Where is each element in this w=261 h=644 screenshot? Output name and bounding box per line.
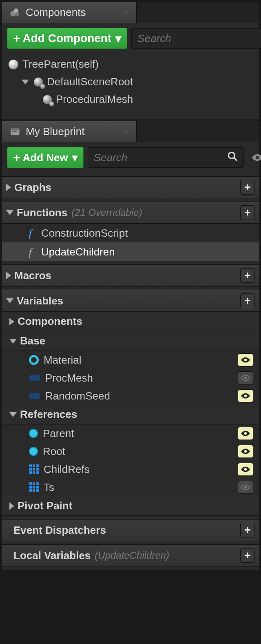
category-functions-label: Functions (17, 207, 67, 219)
visibility-toggle[interactable] (238, 463, 253, 476)
component-root[interactable]: TreeParent(self) (2, 56, 259, 73)
variable-ts[interactable]: Ts (2, 478, 259, 496)
search-icon (227, 151, 238, 164)
variable-randomseed[interactable]: RandomSeed (2, 387, 259, 405)
variable-parent-label: Parent (43, 427, 74, 440)
add-new-label: Add New (23, 151, 68, 164)
var-group-base-label: Base (20, 335, 45, 347)
variable-ts-label: Ts (44, 481, 54, 494)
view-options-button[interactable]: ▾ (248, 152, 261, 163)
components-toolbar: + Add Component ▾ (2, 23, 259, 54)
svg-point-14 (244, 432, 247, 435)
var-group-components-label: Components (18, 315, 82, 328)
close-icon[interactable]: × (123, 7, 129, 18)
component-scene-root[interactable]: DefaultSceneRoot (2, 73, 259, 91)
blueprint-tab-icon (9, 126, 21, 138)
add-macro-button[interactable]: + (240, 268, 255, 283)
variable-material[interactable]: Material (2, 351, 259, 369)
chevron-right-icon[interactable] (9, 318, 14, 325)
visibility-toggle[interactable] (238, 371, 253, 384)
var-group-references[interactable]: References (2, 405, 259, 424)
plus-icon: + (13, 31, 20, 45)
add-variable-button[interactable]: + (240, 293, 255, 308)
visibility-toggle[interactable] (238, 427, 253, 440)
add-event-dispatcher-button[interactable]: + (240, 523, 255, 537)
variable-childrefs[interactable]: ChildRefs (2, 460, 259, 478)
category-variables-label: Variables (17, 295, 63, 307)
material-type-icon (29, 355, 39, 365)
scene-component-icon (34, 78, 43, 87)
function-constructionscript[interactable]: ƒ ConstructionScript (2, 224, 259, 242)
chevron-down-icon[interactable] (22, 80, 29, 84)
add-component-button[interactable]: + Add Component ▾ (7, 28, 127, 49)
scene-component-icon (43, 95, 52, 104)
components-tabbar: Components × (2, 2, 259, 23)
components-search-input[interactable] (137, 32, 261, 45)
var-group-base[interactable]: Base (2, 331, 259, 351)
plus-icon: + (13, 151, 20, 164)
category-local-variables-hint: (UpdateChildren) (95, 550, 169, 561)
array-type-icon (29, 464, 39, 474)
variable-procmesh[interactable]: ProcMesh (2, 369, 259, 387)
add-function-button[interactable]: + (240, 205, 255, 220)
variable-parent[interactable]: Parent (2, 424, 259, 442)
svg-point-12 (244, 377, 247, 380)
svg-point-16 (244, 468, 247, 471)
chevron-right-icon[interactable] (9, 502, 14, 510)
visibility-toggle[interactable] (238, 481, 253, 494)
svg-point-10 (256, 156, 259, 159)
chevron-right-icon[interactable] (6, 184, 11, 191)
blueprint-tab[interactable]: My Blueprint × (2, 121, 137, 142)
add-local-variable-button[interactable]: + (240, 548, 255, 563)
visibility-toggle[interactable] (238, 389, 253, 402)
var-group-components[interactable]: Components (2, 312, 259, 331)
svg-point-8 (228, 152, 234, 158)
svg-point-13 (244, 395, 247, 398)
object-type-icon (29, 429, 38, 438)
chevron-down-icon[interactable] (6, 210, 13, 215)
category-event-dispatchers-label: Event Dispatchers (13, 524, 106, 537)
visibility-toggle[interactable] (238, 445, 253, 458)
category-functions[interactable]: Functions (21 Overridable) + (2, 202, 259, 224)
component-procedural-mesh[interactable]: ProceduralMesh (2, 91, 259, 108)
chevron-down-icon[interactable] (6, 298, 13, 303)
blueprint-tabbar: My Blueprint × (2, 121, 259, 142)
object-type-icon (29, 447, 38, 456)
add-new-button[interactable]: + Add New ▾ (7, 147, 84, 168)
category-event-dispatchers[interactable]: Event Dispatchers + (2, 519, 259, 541)
close-icon[interactable]: × (123, 127, 129, 137)
category-variables[interactable]: Variables + (2, 290, 259, 312)
var-group-references-label: References (20, 408, 77, 421)
variable-material-label: Material (44, 354, 81, 366)
blueprint-search[interactable] (88, 147, 244, 168)
add-component-label: Add Component (23, 32, 112, 45)
chevron-right-icon[interactable] (6, 272, 11, 279)
object-type-icon (29, 375, 40, 381)
components-search[interactable] (131, 28, 261, 49)
function-updatechildren[interactable]: ƒ UpdateChildren (2, 242, 259, 261)
variable-randomseed-label: RandomSeed (45, 390, 110, 402)
actor-icon (9, 60, 18, 69)
var-group-pivot-paint-label: Pivot Paint (18, 500, 72, 512)
category-local-variables[interactable]: Local Variables (UpdateChildren) + (2, 544, 259, 566)
add-graph-button[interactable]: + (240, 180, 255, 195)
function-constructionscript-label: ConstructionScript (41, 227, 128, 240)
component-procedural-mesh-label: ProceduralMesh (56, 93, 133, 106)
variable-root[interactable]: Root (2, 442, 259, 460)
function-updatechildren-label: UpdateChildren (41, 246, 115, 258)
blueprint-tab-title: My Blueprint (26, 125, 85, 138)
visibility-toggle[interactable] (238, 353, 253, 366)
var-group-pivot-paint[interactable]: Pivot Paint (2, 496, 259, 516)
category-macros[interactable]: Macros + (2, 264, 259, 286)
chevron-down-icon[interactable] (9, 339, 17, 344)
variable-childrefs-label: ChildRefs (44, 463, 90, 476)
chevron-down-icon[interactable] (9, 412, 17, 417)
caret-down-icon: ▾ (72, 151, 77, 164)
components-tab[interactable]: Components × (2, 2, 137, 23)
function-icon: ƒ (25, 226, 36, 240)
category-macros-label: Macros (14, 269, 51, 282)
blueprint-search-input[interactable] (94, 151, 227, 164)
category-graphs[interactable]: Graphs + (2, 176, 259, 198)
component-root-label: TreeParent(self) (22, 58, 99, 71)
my-blueprint-panel: My Blueprint × + Add New ▾ ▾ Graphs + Fu… (2, 121, 259, 570)
